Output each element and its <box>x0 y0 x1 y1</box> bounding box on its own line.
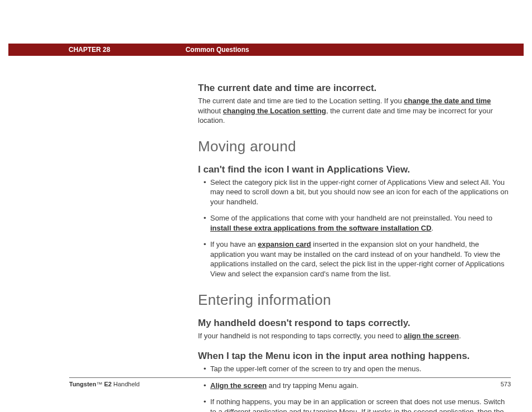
link-change-date-time[interactable]: change the date and time <box>404 97 491 105</box>
question-heading: My handheld doesn't respond to taps corr… <box>198 318 511 329</box>
list-item: If nothing happens, you may be in an app… <box>204 397 511 412</box>
text-run: . <box>432 224 434 232</box>
chapter-number: CHAPTER 28 <box>69 46 110 54</box>
kind: Handheld <box>112 381 139 387</box>
text-run: without <box>198 107 223 115</box>
link-expansion-card[interactable]: expansion card <box>258 240 311 248</box>
question-heading: When I tap the Menu icon in the input ar… <box>198 351 511 362</box>
body-paragraph: The current date and time are tied to th… <box>198 96 511 126</box>
chapter-header: CHAPTER 28 Common Questions <box>8 44 524 56</box>
list-item: Tap the upper-left corner of the screen … <box>204 364 511 374</box>
text-run: . <box>459 332 461 340</box>
footer-rule <box>69 377 511 378</box>
product-name: Tungsten™ E2 Handheld <box>69 381 139 387</box>
section-heading: Entering information <box>198 291 511 309</box>
body-paragraph: If your handheld is not responding to ta… <box>198 331 511 341</box>
list-item: Select the category pick list in the upp… <box>204 178 511 207</box>
bullet-list: Tap the upper-left corner of the screen … <box>204 364 511 412</box>
model: E2 <box>103 381 112 387</box>
page-number: 573 <box>501 381 511 387</box>
link-install-extra-apps[interactable]: install these extra applications from th… <box>210 224 432 232</box>
page-content: The current date and time are incorrect.… <box>198 83 511 412</box>
section-heading: Moving around <box>198 138 511 155</box>
text-run: Some of the applications that come with … <box>210 214 492 222</box>
page-footer: Tungsten™ E2 Handheld 573 <box>69 381 511 387</box>
list-item: If you have an expansion card inserted i… <box>204 239 511 279</box>
trademark: ™ <box>96 381 103 387</box>
chapter-section: Common Questions <box>186 46 249 54</box>
bullet-list: Select the category pick list in the upp… <box>204 178 511 279</box>
question-heading: The current date and time are incorrect. <box>198 83 511 94</box>
text-run: The current date and time are tied to th… <box>198 97 404 105</box>
link-align-screen[interactable]: align the screen <box>404 332 459 340</box>
text-run: If your handheld is not responding to ta… <box>198 332 404 340</box>
brand: Tungsten <box>69 381 96 387</box>
text-run: If you have an <box>210 240 258 248</box>
link-change-location[interactable]: changing the Location setting <box>223 107 326 115</box>
question-heading: I can't find the icon I want in Applicat… <box>198 164 511 175</box>
list-item: Some of the applications that come with … <box>204 213 511 233</box>
